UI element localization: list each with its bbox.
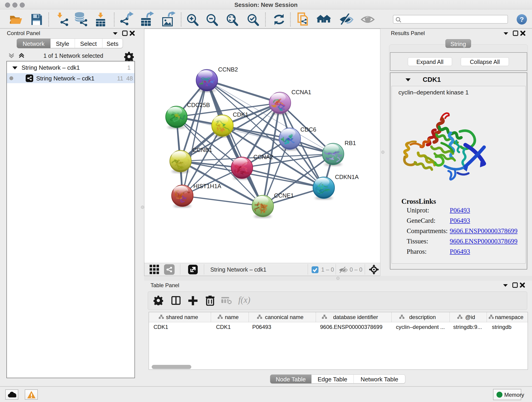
svg-text:CDKN1A: CDKN1A: [335, 174, 359, 180]
svg-text:CDC25B: CDC25B: [187, 102, 210, 108]
svg-text:CCNE1: CCNE1: [274, 192, 294, 199]
svg-text:CCNA2: CCNA2: [253, 154, 273, 160]
svg-text:RB1: RB1: [345, 140, 356, 146]
svg-text:HIST1H1A: HIST1H1A: [193, 183, 221, 189]
svg-text:CDK1: CDK1: [233, 111, 248, 118]
svg-text:CCNB1: CCNB1: [192, 147, 212, 153]
svg-text:CCNA1: CCNA1: [291, 89, 311, 95]
svg-text:CCNB2: CCNB2: [218, 66, 238, 73]
svg-text:CDC6: CDC6: [300, 126, 316, 133]
